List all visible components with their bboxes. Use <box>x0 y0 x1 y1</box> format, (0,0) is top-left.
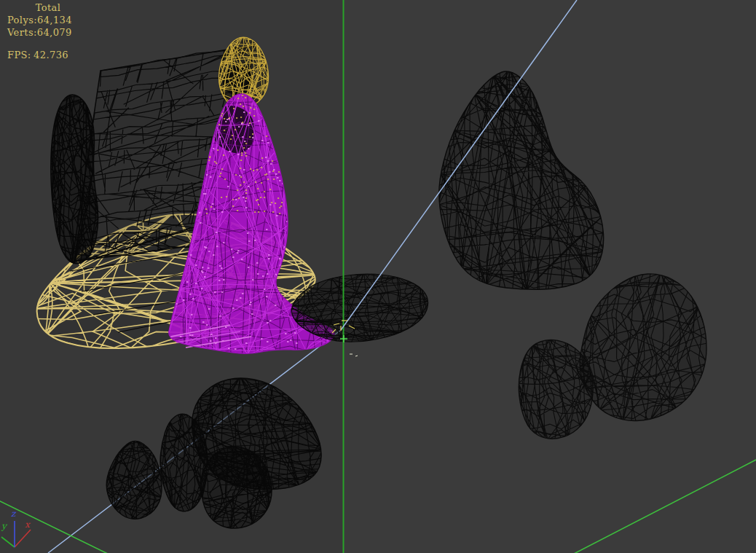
rock-black-peak-top-right[interactable] <box>436 66 607 293</box>
viewport-3d[interactable]: xyz Total Polys: 64,134 Verts: 64,079 FP… <box>0 0 756 553</box>
stats-polys-label: Polys: <box>7 14 37 26</box>
stats-fps-value: 42.736 <box>34 49 68 61</box>
scene-canvas[interactable]: xyz <box>0 0 756 553</box>
rock-black-boulder-right-large[interactable] <box>576 270 712 424</box>
axis-label-z: z <box>11 509 17 519</box>
scene-objects <box>31 33 712 533</box>
stats-polys-value: 64,134 <box>37 14 72 26</box>
stats-fps-label: FPS: <box>7 49 31 61</box>
stats-verts-label: Verts: <box>7 26 37 39</box>
rock-black-cluster-left-small[interactable] <box>103 433 165 524</box>
stats-total-label: Total <box>36 1 61 14</box>
axis-label-x: x <box>25 519 31 530</box>
axis-line-y <box>1 537 15 547</box>
axis-label-y: y <box>1 521 8 531</box>
axis-line-x <box>15 530 31 547</box>
viewport-statistics: Total Polys: 64,134 Verts: 64,079 FPS: 4… <box>7 1 68 61</box>
stats-verts-value: 64,079 <box>37 26 72 39</box>
grid-line-green-bottom-right <box>574 460 756 553</box>
